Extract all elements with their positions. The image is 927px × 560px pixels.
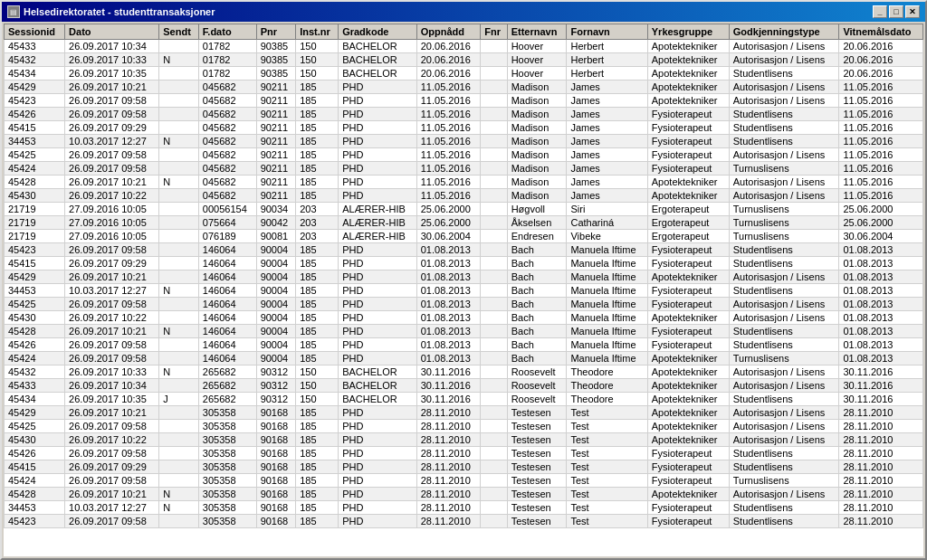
table-row[interactable]: 4542526.09.2017 09:5830535890168185PHD28… [5,420,923,433]
table-row[interactable]: 3445310.03.2017 12:27N30535890168185PHD2… [5,501,923,515]
table-row[interactable]: 2171927.09.2016 10:0507618990081203ALÆRE… [5,230,923,243]
cell-6-3: 045682 [198,121,256,135]
table-row[interactable]: 4542426.09.2017 09:5804568290211185PHD11… [5,162,923,176]
cell-21-8 [481,325,507,338]
cell-31-0: 45415 [5,460,65,474]
table-row[interactable]: 4543426.09.2017 10:350178290385150BACHEL… [5,67,923,81]
table-row[interactable]: 4542626.09.2017 09:5814606490004185PHD01… [5,338,923,352]
cell-27-11: Apotektekniker [647,406,729,420]
cell-33-5: 185 [296,488,339,501]
cell-33-3: 305358 [198,488,256,501]
cell-33-11: Apotektekniker [647,488,729,501]
column-header-oppn-dd[interactable]: Oppnådd [416,24,481,40]
table-row[interactable]: 4542826.09.2017 10:21N04568290211185PHD1… [5,176,923,189]
cell-27-6: PHD [339,406,417,420]
cell-32-1: 26.09.2017 09:58 [65,474,159,488]
table-row[interactable]: 4543226.09.2017 10:33N0178290385150BACHE… [5,53,923,67]
table-row[interactable]: 4542426.09.2017 09:5830535890168185PHD28… [5,474,923,488]
column-header-vitnem-lsdato[interactable]: Vitnemålsdato [839,24,923,40]
cell-20-3: 146064 [198,311,256,325]
column-header-etternavn[interactable]: Etternavn [507,24,567,40]
table-row[interactable]: 4542626.09.2017 09:5804568290211185PHD11… [5,108,923,121]
table-row[interactable]: 4543426.09.2017 10:35J26568290312150BACH… [5,393,923,406]
cell-13-12: Turnuslisens [729,216,839,230]
table-row[interactable]: 4543026.09.2017 10:2214606490004185PHD01… [5,311,923,325]
table-row[interactable]: 4543226.09.2017 10:33N26568290312150BACH… [5,365,923,379]
close-button[interactable]: ✕ [905,5,920,18]
cell-2-7: 20.06.2016 [416,67,481,81]
cell-3-7: 11.05.2016 [416,81,481,94]
table-row[interactable]: 4542826.09.2017 10:21N30535890168185PHD2… [5,488,923,501]
table-row[interactable]: 4541526.09.2017 09:2914606490004185PHD01… [5,257,923,271]
column-header-gradkode[interactable]: Gradkode [339,24,417,40]
cell-6-6: PHD [339,121,417,135]
table-row[interactable]: 4543326.09.2017 10:3426568290312150BACHE… [5,379,923,393]
column-header-sessionid[interactable]: Sessionid [5,24,65,40]
cell-22-0: 45426 [5,338,65,352]
cell-23-12: Turnuslisens [729,352,839,365]
table-row[interactable]: 2171927.09.2016 10:050005615490034203ALÆ… [5,203,923,216]
table-row[interactable]: 4541526.09.2017 09:2904568290211185PHD11… [5,121,923,135]
table-row[interactable]: 3445310.03.2017 12:27N14606490004185PHD0… [5,284,923,298]
column-header-yrkesgruppe[interactable]: Yrkesgruppe [647,24,729,40]
table-row[interactable]: 4542926.09.2017 10:2130535890168185PHD28… [5,406,923,420]
cell-24-6: BACHELOR [339,365,417,379]
cell-15-1: 26.09.2017 09:58 [65,243,159,257]
table-row[interactable]: 4542926.09.2017 10:2114606490004185PHD01… [5,271,923,284]
cell-12-3: 00056154 [198,203,256,216]
cell-9-8 [481,162,507,176]
cell-15-11: Fysioterapeut [647,243,729,257]
table-row[interactable]: 4542326.09.2017 09:5830535890168185PHD28… [5,515,923,528]
table-row[interactable]: 4542326.09.2017 09:5814606490004185PHD01… [5,243,923,257]
cell-20-11: Apotektekniker [647,311,729,325]
window-icon: ▤ [7,5,20,18]
column-header-godkjenningstype[interactable]: Godkjenningstype [729,24,839,40]
cell-30-13: 28.11.2010 [839,447,923,460]
cell-3-6: PHD [339,81,417,94]
table-row[interactable]: 4543026.09.2017 10:2204568290211185PHD11… [5,189,923,203]
table-row[interactable]: 4542426.09.2017 09:5814606490004185PHD01… [5,352,923,365]
column-header-fornavn[interactable]: Fornavn [567,24,647,40]
table-row[interactable]: 2171927.09.2016 10:0507566490042203ALÆRE… [5,216,923,230]
cell-1-8 [481,53,507,67]
title-bar-left: ▤ Helsedirektoratet - studenttransaksjon… [7,5,215,18]
cell-30-6: PHD [339,447,417,460]
cell-0-5: 150 [296,40,339,53]
cell-19-3: 146064 [198,298,256,311]
cell-9-9: Madison [507,162,567,176]
minimize-button[interactable]: _ [873,5,887,18]
cell-8-4: 90211 [256,148,296,162]
table-row[interactable]: 4543326.09.2017 10:340178290385150BACHEL… [5,40,923,53]
maximize-button[interactable]: □ [889,5,903,18]
cell-13-6: ALÆRER-HIB [339,216,417,230]
table-row[interactable]: 4541526.09.2017 09:2930535890168185PHD28… [5,460,923,474]
table-row[interactable]: 4542626.09.2017 09:5830535890168185PHD28… [5,447,923,460]
table-row[interactable]: 4542326.09.2017 09:5804568290211185PHD11… [5,94,923,108]
cell-19-9: Bach [507,298,567,311]
column-header-f-dato[interactable]: F.dato [198,24,256,40]
table-row[interactable]: 4543026.09.2017 10:2230535890168185PHD28… [5,433,923,447]
column-header-inst-nr[interactable]: Inst.nr [296,24,339,40]
cell-13-2 [159,216,199,230]
column-header-dato[interactable]: Dato [65,24,159,40]
cell-23-0: 45424 [5,352,65,365]
table-row[interactable]: 4542526.09.2017 09:5814606490004185PHD01… [5,298,923,311]
table-row[interactable]: 4542826.09.2017 10:21N14606490004185PHD0… [5,325,923,338]
table-row[interactable]: 3445310.03.2017 12:27N04568290211185PHD1… [5,135,923,148]
cell-22-11: Fysioterapeut [647,338,729,352]
cell-33-7: 28.11.2010 [416,488,481,501]
cell-5-7: 11.05.2016 [416,108,481,121]
column-header-fnr[interactable]: Fnr [481,24,507,40]
cell-30-9: Testesen [507,447,567,460]
cell-26-6: BACHELOR [339,393,417,406]
cell-24-11: Apotektekniker [647,365,729,379]
cell-1-11: Apotektekniker [647,53,729,67]
table-row[interactable]: 4542526.09.2017 09:5804568290211185PHD11… [5,148,923,162]
table-row[interactable]: 4542926.09.2017 10:2104568290211185PHD11… [5,81,923,94]
column-header-pnr[interactable]: Pnr [256,24,296,40]
cell-27-4: 90168 [256,406,296,420]
table-container[interactable]: SessionidDatoSendtF.datoPnrInst.nrGradko… [4,24,923,556]
cell-29-4: 90168 [256,433,296,447]
cell-35-10: Test [567,515,647,528]
column-header-sendt[interactable]: Sendt [159,24,199,40]
